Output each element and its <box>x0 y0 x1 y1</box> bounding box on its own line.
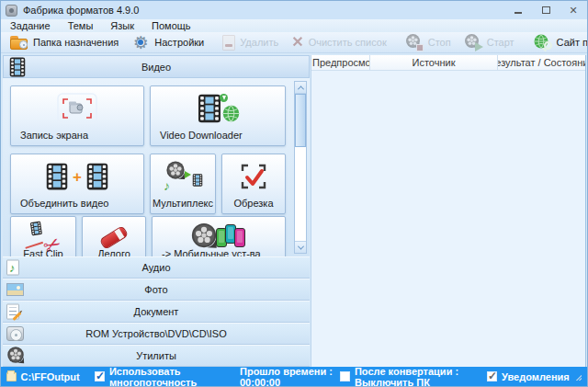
mux-icon: ♪ <box>151 159 215 194</box>
status-bar: C:\FFOutput Использовать многопоточность… <box>1 367 587 386</box>
menu-bar: Задание Темы Язык Помощь <box>1 19 587 32</box>
disc-icon <box>6 326 24 341</box>
section-video-header[interactable]: Видео <box>3 55 310 78</box>
shutdown-checkbox[interactable] <box>340 371 350 381</box>
window-controls: ✕ <box>504 1 587 19</box>
stop-button: Стоп <box>399 32 458 52</box>
close-icon: ✕ <box>569 6 577 16</box>
audio-note-icon: ♪ <box>6 260 19 276</box>
tile-label: Мультиплекс <box>151 198 215 209</box>
button-label: Сайт программы <box>557 37 588 48</box>
section-rom-device[interactable]: ROM Устройство\DVD\CD\ISO <box>3 323 310 345</box>
maximize-icon <box>542 6 550 14</box>
clear-list-button: ✕ Очистить список <box>285 32 393 52</box>
task-list-body[interactable] <box>311 71 585 367</box>
settings-button[interactable]: ⚙ Настройки <box>125 32 210 52</box>
website-button[interactable]: Сайт программы <box>526 32 588 52</box>
section-label: ROM Устройство\DVD\CD\ISO <box>85 328 227 339</box>
chevron-up-icon <box>297 85 303 92</box>
output-folder-path[interactable]: C:\FFOutput <box>21 371 80 382</box>
tile-label: -> Мобильные уст-ва <box>153 248 285 256</box>
button-label: Папка назначения <box>33 37 119 48</box>
maximize-button[interactable] <box>532 1 560 19</box>
scroll-down-button[interactable] <box>295 241 306 253</box>
tile-fast-clip[interactable]: ✂ Fast Clip <box>10 216 76 256</box>
title-bar: Фабрика форматов 4.9.0 ✕ <box>1 1 587 19</box>
settings-gear-icon: ⚙ <box>131 33 150 51</box>
shutdown-label: После конвертации : Выключить ПК <box>355 366 482 387</box>
output-folder-icon <box>6 372 17 381</box>
tile-label: Обрезка <box>222 198 285 209</box>
tile-label: Объединить видео <box>11 198 143 209</box>
menu-task[interactable]: Задание <box>8 20 59 31</box>
tile-label: Делого <box>83 248 145 256</box>
photo-icon <box>6 283 24 296</box>
utilities-reel-icon <box>6 346 25 366</box>
film-strip-icon <box>7 57 28 79</box>
section-document[interactable]: Документ <box>3 301 310 323</box>
minimize-button[interactable] <box>504 1 532 19</box>
tile-crop[interactable]: Обрезка <box>221 154 286 214</box>
button-label: Стоп <box>428 37 451 48</box>
menu-themes[interactable]: Темы <box>66 20 102 31</box>
destination-folder-icon <box>10 35 28 50</box>
section-label: Аудио <box>141 262 170 273</box>
tile-screen-record[interactable]: Запись экрана <box>10 85 144 146</box>
window-title: Фабрика форматов 4.9.0 <box>23 5 139 16</box>
destination-folder-button[interactable]: Папка назначения <box>4 32 125 52</box>
website-globe-icon <box>533 33 552 51</box>
start-button: Старт <box>458 32 521 52</box>
left-panel: Видео Запись экрана <box>3 55 310 367</box>
status-bar-right: Прошло времени : 00:00:00 После конверта… <box>240 366 582 387</box>
section-utilities[interactable]: Утилиты <box>3 345 310 367</box>
resize-grip[interactable] <box>576 372 582 381</box>
section-label: Утилиты <box>136 350 176 361</box>
tile-label: Fast Clip <box>11 248 75 256</box>
tiles-scrollbar[interactable] <box>294 81 307 254</box>
clear-list-icon: ✕ <box>291 35 303 50</box>
document-pencil-icon <box>6 304 19 320</box>
tile-mux[interactable]: ♪ Мультиплекс <box>150 154 216 214</box>
scrollbar-thumb[interactable] <box>295 94 306 147</box>
video-downloader-icon <box>151 91 285 126</box>
task-list-header: Предпросмотр Источник Результат / Состоя… <box>311 55 585 71</box>
tile-video-downloader[interactable]: Video Downloader <box>150 85 286 146</box>
scroll-up-button[interactable] <box>295 82 306 94</box>
stop-icon <box>405 33 424 51</box>
menu-language[interactable]: Язык <box>108 20 142 31</box>
elapsed-time: Прошло времени : 00:00:00 <box>240 366 335 387</box>
section-photo[interactable]: Фото <box>3 279 310 301</box>
minimize-icon <box>514 12 522 14</box>
section-label: Фото <box>144 284 167 295</box>
column-preview[interactable]: Предпросмотр <box>311 55 370 70</box>
tile-join-video[interactable]: + Объединить видео <box>10 154 144 214</box>
column-result-state[interactable]: Результат / Состояние <box>498 55 585 70</box>
tile-delogo[interactable]: Делого <box>82 216 146 256</box>
remove-item-icon <box>222 35 235 51</box>
screen-record-icon <box>11 91 143 126</box>
tile-label: Запись экрана <box>11 130 143 141</box>
main-area: Видео Запись экрана <box>1 53 587 367</box>
menu-help[interactable]: Помощь <box>150 20 199 31</box>
button-label: Настройки <box>154 37 204 48</box>
button-label: Очистить список <box>309 37 387 48</box>
video-tiles-area: Запись экрана Video Downloader + <box>3 78 310 256</box>
task-list-panel: Предпросмотр Источник Результат / Состоя… <box>311 55 586 367</box>
app-icon <box>6 5 17 17</box>
multithread-checkbox[interactable] <box>95 371 105 381</box>
notifications-label: Уведомления <box>502 371 570 382</box>
notifications-checkbox[interactable] <box>487 371 497 381</box>
toolbar: Папка назначения ⚙ Настройки Удалить ✕ О… <box>1 32 587 53</box>
multithread-label: Использовать многопоточность <box>109 366 235 387</box>
chevron-down-icon <box>297 243 303 249</box>
button-label: Удалить <box>240 37 278 48</box>
button-label: Старт <box>487 37 514 48</box>
section-label: Документ <box>134 306 179 317</box>
section-label: Видео <box>141 62 171 73</box>
section-audio[interactable]: ♪ Аудио <box>3 256 310 279</box>
tile-mobile-devices[interactable]: -> Мобильные уст-ва <box>152 216 286 256</box>
column-source[interactable]: Источник <box>370 55 498 70</box>
crop-check-icon <box>222 159 285 194</box>
join-video-icon: + <box>11 159 143 194</box>
close-button[interactable]: ✕ <box>560 1 587 19</box>
